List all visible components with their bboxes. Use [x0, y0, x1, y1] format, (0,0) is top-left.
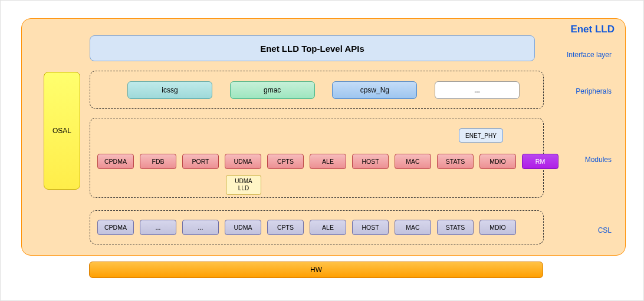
- module-cpdma: CPDMA: [97, 154, 134, 169]
- peripherals-row: icssg gmac cpsw_Ng ...: [127, 81, 520, 99]
- csl-stats: STATS: [437, 220, 474, 235]
- csl-more1: ...: [140, 220, 176, 235]
- module-stats: STATS: [437, 154, 474, 169]
- module-host: HOST: [352, 154, 389, 169]
- osal-box: OSAL: [44, 72, 80, 190]
- csl-more2: ...: [182, 220, 219, 235]
- osal-label: OSAL: [52, 127, 71, 135]
- module-rm: RM: [522, 154, 558, 169]
- csl-group: CPDMA ... ... UDMA CPTS ALE HOST MAC STA…: [90, 210, 544, 244]
- module-ale: ALE: [310, 154, 346, 169]
- modules-row: CPDMA FDB PORT UDMA CPTS ALE HOST MAC ST…: [97, 154, 558, 169]
- enet-lld-title: Enet LLD: [570, 24, 615, 35]
- csl-mac: MAC: [395, 220, 431, 235]
- hw-bar: HW: [89, 262, 543, 278]
- csl-row: CPDMA ... ... UDMA CPTS ALE HOST MAC STA…: [97, 220, 516, 235]
- module-udma: UDMA: [225, 154, 261, 169]
- module-cpts: CPTS: [267, 154, 304, 169]
- peripheral-more: ...: [435, 81, 520, 99]
- module-fdb: FDB: [140, 154, 176, 169]
- csl-cpdma: CPDMA: [97, 220, 134, 235]
- label-interface-layer: Interface layer: [567, 51, 612, 59]
- csl-mdio: MDIO: [479, 220, 516, 235]
- top-level-apis-bar: Enet LLD Top-Level APIs: [90, 35, 535, 61]
- csl-ale: ALE: [310, 220, 346, 235]
- peripheral-cpsw: cpsw_Ng: [332, 81, 417, 99]
- hw-label: HW: [310, 266, 322, 274]
- modules-group: ENET_PHY CPDMA FDB PORT UDMA CPTS ALE HO…: [90, 118, 544, 198]
- peripherals-group: icssg gmac cpsw_Ng ...: [90, 71, 544, 109]
- module-mac: MAC: [395, 154, 431, 169]
- top-level-apis-label: Enet LLD Top-Level APIs: [260, 44, 364, 54]
- csl-udma: UDMA: [225, 220, 261, 235]
- csl-cpts: CPTS: [267, 220, 304, 235]
- module-port: PORT: [182, 154, 219, 169]
- module-enet-phy: ENET_PHY: [459, 128, 503, 143]
- label-modules: Modules: [585, 156, 612, 164]
- label-csl: CSL: [598, 226, 612, 234]
- label-peripherals: Peripherals: [576, 87, 612, 95]
- module-udma-lld: UDMA LLD: [226, 175, 261, 195]
- diagram-canvas: Enet LLD Interface layer Peripherals Mod…: [0, 0, 644, 301]
- module-mdio: MDIO: [479, 154, 516, 169]
- peripheral-icssg: icssg: [127, 81, 212, 99]
- peripheral-gmac: gmac: [230, 81, 315, 99]
- enet-lld-container: Enet LLD Interface layer Peripherals Mod…: [21, 18, 626, 256]
- csl-host: HOST: [352, 220, 389, 235]
